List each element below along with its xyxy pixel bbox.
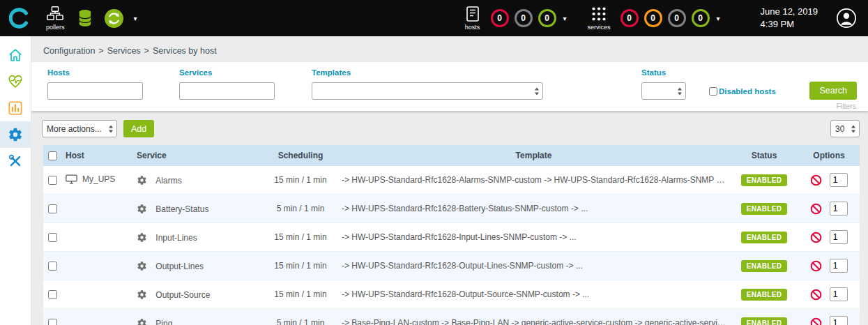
templates-filter-select[interactable] xyxy=(312,82,543,100)
pollers-menu[interactable]: pollers xyxy=(46,6,65,31)
table-row: Output-Source 15 min / 1 min -> HW-UPS-S… xyxy=(43,280,860,309)
page-size-select[interactable]: 30 xyxy=(830,120,860,137)
service-name-link[interactable]: Output-Source xyxy=(155,289,210,299)
row-checkbox[interactable] xyxy=(48,233,57,242)
templates-filter-label: Templates xyxy=(312,68,543,79)
disable-service-icon[interactable] xyxy=(810,317,822,325)
disabled-hosts-group: Disabled hosts xyxy=(709,82,776,100)
hosts-chevron-down-icon[interactable]: ▾ xyxy=(563,15,567,22)
service-cell: Output-Source xyxy=(132,280,264,309)
service-name-link[interactable]: Input-Lines xyxy=(155,232,197,242)
row-checkbox-cell xyxy=(43,280,61,309)
row-checkbox[interactable] xyxy=(48,204,57,213)
scheduling-cell: 15 min / 1 min xyxy=(264,166,337,195)
services-unknown-counter[interactable]: 0 xyxy=(668,9,686,27)
host-cell xyxy=(61,195,132,223)
row-checkbox-cell xyxy=(43,195,61,223)
sidebar-item-configuration[interactable] xyxy=(0,121,31,148)
add-button[interactable]: Add xyxy=(123,120,154,137)
services-table: Host Service Scheduling Template Status … xyxy=(43,145,860,325)
header-host[interactable]: Host xyxy=(61,145,132,166)
breadcrumb-services-by-host[interactable]: Services by host xyxy=(153,46,217,56)
duplicate-count-input[interactable] xyxy=(830,259,848,273)
sidebar-item-reporting[interactable] xyxy=(0,95,31,121)
disable-service-icon[interactable] xyxy=(810,260,822,272)
services-filter-input[interactable] xyxy=(179,82,275,100)
home-icon xyxy=(8,47,23,63)
scheduling-cell: 5 min / 1 min xyxy=(264,195,337,223)
row-checkbox[interactable] xyxy=(48,176,57,185)
services-menu[interactable]: services xyxy=(588,6,611,31)
service-gear-icon[interactable] xyxy=(137,204,147,214)
disable-service-icon[interactable] xyxy=(810,289,822,301)
hosts-filter-input[interactable] xyxy=(47,82,143,100)
status-filter-select[interactable] xyxy=(641,82,686,100)
hosts-down-counter[interactable]: 0 xyxy=(491,9,509,27)
duplicate-count-input[interactable] xyxy=(830,173,848,187)
disable-service-icon[interactable] xyxy=(810,203,822,215)
header-status[interactable]: Status xyxy=(730,145,798,166)
duplicate-count-input[interactable] xyxy=(830,230,848,244)
services-warning-counter[interactable]: 0 xyxy=(644,9,662,27)
services-ok-counter[interactable]: 0 xyxy=(692,9,710,27)
service-gear-icon[interactable] xyxy=(137,232,147,243)
database-status-icon[interactable] xyxy=(77,9,93,27)
user-profile-button[interactable] xyxy=(836,8,857,29)
tools-icon xyxy=(8,153,23,169)
breadcrumb-separator: > xyxy=(98,46,103,56)
duplicate-count-input[interactable] xyxy=(830,202,848,216)
services-chevron-down-icon[interactable]: ▾ xyxy=(717,15,720,22)
host-name-link[interactable]: My_UPS xyxy=(82,174,115,184)
header-template[interactable]: Template xyxy=(337,145,730,166)
breadcrumb-separator: > xyxy=(144,46,149,56)
breadcrumb-configuration[interactable]: Configuration xyxy=(43,46,95,56)
service-gear-icon[interactable] xyxy=(137,261,147,271)
search-button[interactable]: Search xyxy=(809,82,857,100)
sidebar-item-home[interactable] xyxy=(0,42,31,68)
poller-chevron-down-icon[interactable]: ▾ xyxy=(134,15,137,22)
duplicate-count-input[interactable] xyxy=(830,287,848,301)
centreon-logo[interactable] xyxy=(0,8,39,29)
service-name-link[interactable]: Ping xyxy=(155,318,172,325)
hosts-menu[interactable]: hosts xyxy=(464,6,481,31)
services-critical-counter[interactable]: 0 xyxy=(620,9,639,27)
service-table-body: My_UPS Alarms 15 min / 1 min -> HW-UPS-S… xyxy=(43,166,860,325)
template-cell: -> HW-UPS-Standard-Rfc1628-Output-Lines-… xyxy=(337,252,730,280)
more-actions-select[interactable]: More actions... xyxy=(42,120,117,137)
hosts-up-counter[interactable]: 0 xyxy=(538,9,556,27)
service-gear-icon[interactable] xyxy=(137,175,147,186)
status-cell: ENABLED xyxy=(730,223,798,252)
status-badge: ENABLED xyxy=(741,232,787,243)
sidebar-item-administration[interactable] xyxy=(0,148,31,174)
host-icon xyxy=(66,174,82,184)
services-table-container: Host Service Scheduling Template Status … xyxy=(43,145,860,325)
duplicate-count-input[interactable] xyxy=(830,316,848,325)
status-cell: ENABLED xyxy=(730,252,798,280)
row-checkbox[interactable] xyxy=(48,290,57,299)
status-badge: ENABLED xyxy=(741,317,787,325)
actions-toolbar: More actions... Add 30 xyxy=(31,111,868,144)
status-badge: ENABLED xyxy=(741,203,787,215)
disable-service-icon[interactable] xyxy=(810,174,822,186)
service-name-link[interactable]: Battery-Status xyxy=(155,204,208,213)
service-gear-icon[interactable] xyxy=(137,318,147,325)
sidebar-item-monitoring[interactable] xyxy=(0,68,31,95)
header-service[interactable]: Service xyxy=(132,145,264,166)
status-cell: ENABLED xyxy=(730,166,798,195)
scheduling-cell: 15 min / 1 min xyxy=(264,280,337,309)
pollers-label: pollers xyxy=(46,24,65,31)
disable-service-icon[interactable] xyxy=(810,232,822,243)
service-name-link[interactable]: Alarms xyxy=(155,175,181,185)
sync-status-icon[interactable] xyxy=(104,8,124,29)
service-name-link[interactable]: Output-Lines xyxy=(155,261,204,271)
disabled-hosts-checkbox[interactable] xyxy=(709,87,717,96)
select-all-checkbox[interactable] xyxy=(48,151,57,160)
header-scheduling[interactable]: Scheduling xyxy=(264,145,337,166)
row-checkbox[interactable] xyxy=(48,262,57,271)
table-row: Output-Lines 15 min / 1 min -> HW-UPS-St… xyxy=(43,252,860,280)
breadcrumb-services[interactable]: Services xyxy=(107,46,141,56)
disabled-hosts-label[interactable]: Disabled hosts xyxy=(719,87,776,96)
row-checkbox[interactable] xyxy=(48,319,57,325)
hosts-unreachable-counter[interactable]: 0 xyxy=(515,9,533,27)
service-gear-icon[interactable] xyxy=(137,289,147,300)
